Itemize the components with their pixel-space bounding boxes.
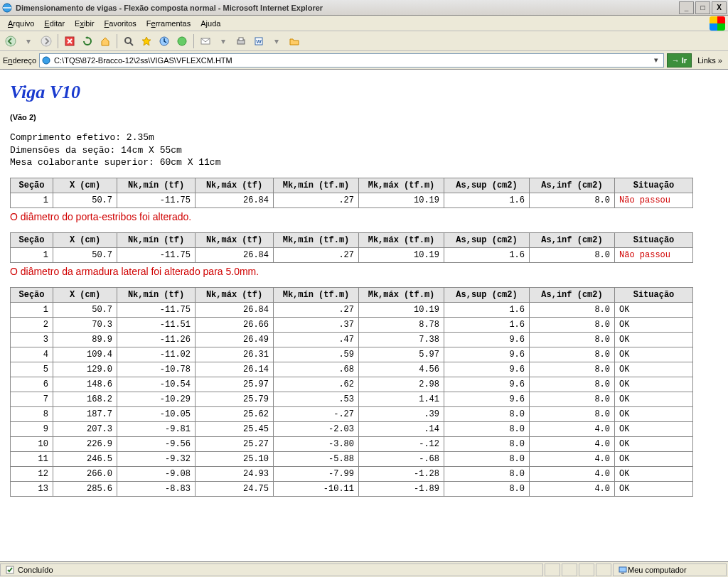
menu-ajuda[interactable]: Ajuda xyxy=(196,18,225,29)
cell-mkmax: -.68 xyxy=(359,451,444,466)
table-2: SeçãoX (cm)Nk,mín (tf)Nk,máx (tf)Mk,mín … xyxy=(10,232,693,263)
edit-button[interactable]: W xyxy=(251,33,267,49)
mail-button[interactable] xyxy=(198,33,213,49)
cell-mkmin: -5.88 xyxy=(274,451,359,466)
cell-nkmax: 25.97 xyxy=(196,377,274,392)
cell-mkmax: -1.89 xyxy=(359,481,444,496)
menu-favoritos[interactable]: Favoritos xyxy=(100,18,141,29)
cell-secao: 11 xyxy=(11,451,53,466)
cell-secao: 3 xyxy=(11,332,53,347)
cell-nkmin: -10.29 xyxy=(117,392,196,406)
col-asinf: As,inf (cm2) xyxy=(530,232,615,247)
cell-mkmin: .53 xyxy=(274,392,359,406)
cell-asinf: 4.0 xyxy=(530,421,615,436)
address-input[interactable]: C:\TQS\872-Bracco-12\2ss\VIGAS\VFLEXCM.H… xyxy=(39,53,664,68)
svg-point-4 xyxy=(125,38,131,43)
cell-mkmin: -.27 xyxy=(274,406,359,421)
page-content[interactable]: Viga V10 (Vão 2) Comprimento efetivo: 2.… xyxy=(0,70,728,561)
cell-secao: 1 xyxy=(11,193,53,207)
cell-nkmax: 25.62 xyxy=(196,406,274,421)
cell-mkmin: .27 xyxy=(274,302,359,317)
address-label: Endereço xyxy=(3,56,36,65)
cell-mkmin: -7.99 xyxy=(274,466,359,481)
cell-mkmin: .27 xyxy=(274,193,359,207)
page-heading: Viga V10 xyxy=(10,82,718,103)
forward-button[interactable] xyxy=(38,33,54,49)
cell-sit: OK xyxy=(615,392,693,406)
col-x: X (cm) xyxy=(53,287,117,302)
col-secao: Seção xyxy=(11,178,53,193)
cell-nkmin: -11.75 xyxy=(117,247,196,262)
titlebar: Dimensionamento de vigas - Flexão compos… xyxy=(0,0,728,16)
go-button[interactable]: → Ir xyxy=(667,53,692,68)
maximize-button[interactable]: □ xyxy=(695,1,710,14)
cell-nkmin: -11.26 xyxy=(117,332,196,347)
svg-rect-16 xyxy=(621,573,624,574)
svg-point-2 xyxy=(41,36,51,46)
links-button[interactable]: Links » xyxy=(695,56,725,65)
cell-asinf: 8.0 xyxy=(530,317,615,332)
cell-secao: 2 xyxy=(11,317,53,332)
back-dropdown[interactable]: ▾ xyxy=(21,33,36,49)
address-text: C:\TQS\872-Bracco-12\2ss\VIGAS\VFLEXCM.H… xyxy=(54,56,648,65)
cell-secao: 8 xyxy=(11,406,53,421)
mail-dropdown[interactable]: ▾ xyxy=(215,33,231,49)
home-button[interactable] xyxy=(97,33,113,49)
media-button[interactable] xyxy=(174,33,190,49)
cell-sit: OK xyxy=(615,436,693,451)
col-nkmin: Nk,mín (tf) xyxy=(117,178,196,193)
status-text: Concluído xyxy=(18,566,53,574)
cell-nkmin: -9.56 xyxy=(117,436,196,451)
stop-button[interactable] xyxy=(62,33,77,49)
cell-mkmax: 2.98 xyxy=(359,377,444,392)
menu-arquivo[interactable]: Arquivo xyxy=(3,18,39,29)
cell-mkmax: 10.19 xyxy=(359,247,444,262)
edit-dropdown[interactable]: ▾ xyxy=(269,33,284,49)
cell-asinf: 4.0 xyxy=(530,466,615,481)
cell-mkmin: .59 xyxy=(274,347,359,362)
menu-ferramentas[interactable]: Ferramentas xyxy=(141,18,196,29)
table-row: 11246.5-9.3225.10-5.88-.688.04.0OK xyxy=(11,451,693,466)
table-1: SeçãoX (cm)Nk,mín (tf)Nk,máx (tf)Mk,mín … xyxy=(10,178,693,208)
search-button[interactable] xyxy=(121,33,136,49)
svg-line-5 xyxy=(130,43,133,45)
cell-x: 266.0 xyxy=(53,466,117,481)
cell-x: 89.9 xyxy=(53,332,117,347)
cell-mkmax: -.12 xyxy=(359,436,444,451)
cell-sit: OK xyxy=(615,466,693,481)
cell-secao: 12 xyxy=(11,466,53,481)
cell-mkmax: .14 xyxy=(359,421,444,436)
cell-mkmin: -3.80 xyxy=(274,436,359,451)
menu-exibir[interactable]: Exibir xyxy=(70,18,100,29)
col-nkmax: Nk,máx (tf) xyxy=(196,232,274,247)
cell-mkmin: .47 xyxy=(274,332,359,347)
back-button[interactable] xyxy=(3,33,18,49)
col-sit: Situação xyxy=(615,178,693,193)
col-mkmin: Mk,mín (tf.m) xyxy=(274,232,359,247)
address-dropdown[interactable]: ▾ xyxy=(651,55,662,65)
folder-button[interactable] xyxy=(287,33,302,49)
cell-nkmin: -10.78 xyxy=(117,362,196,377)
refresh-button[interactable] xyxy=(80,33,95,49)
print-button[interactable] xyxy=(233,33,249,49)
cell-mkmax: 8.78 xyxy=(359,317,444,332)
done-icon xyxy=(5,565,15,575)
go-label: Ir xyxy=(682,56,687,65)
cell-asinf: 8.0 xyxy=(530,362,615,377)
favorites-button[interactable] xyxy=(139,33,154,49)
close-button[interactable]: X xyxy=(712,1,727,14)
menu-editar[interactable]: Editar xyxy=(39,18,70,29)
cell-nkmin: -9.08 xyxy=(117,466,196,481)
cell-nkmin: -8.83 xyxy=(117,481,196,496)
table-row: 10226.9-9.5625.27-3.80-.128.04.0OK xyxy=(11,436,693,451)
cell-nkmax: 25.10 xyxy=(196,451,274,466)
cell-assup: 8.0 xyxy=(444,436,530,451)
cell-x: 246.5 xyxy=(53,451,117,466)
history-button[interactable] xyxy=(156,33,172,49)
minimize-button[interactable]: _ xyxy=(679,1,694,14)
cell-assup: 9.6 xyxy=(444,377,530,392)
cell-nkmax: 24.75 xyxy=(196,481,274,496)
svg-point-13 xyxy=(43,57,50,64)
cell-asinf: 8.0 xyxy=(530,332,615,347)
cell-nkmax: 26.66 xyxy=(196,317,274,332)
